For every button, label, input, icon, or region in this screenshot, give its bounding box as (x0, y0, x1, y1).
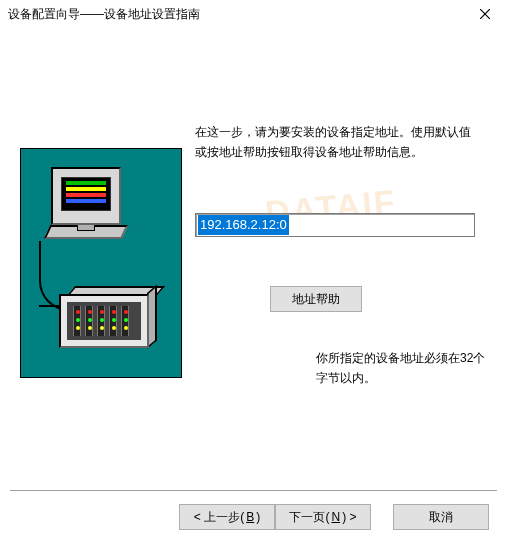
back-button[interactable]: < 上一步(B) (179, 504, 275, 530)
cancel-label: 取消 (429, 509, 453, 526)
instruction-text: 在这一步，请为要安装的设备指定地址。使用默认值或按地址帮助按钮取得设备地址帮助信… (195, 122, 475, 163)
address-help-label: 地址帮助 (292, 291, 340, 308)
address-help-button[interactable]: 地址帮助 (270, 286, 362, 312)
address-input-value: 192.168.2.12:0 (198, 215, 289, 235)
next-button[interactable]: 下一页(N) > (275, 504, 371, 530)
close-icon (480, 9, 490, 19)
address-input[interactable]: 192.168.2.12:0 (195, 213, 475, 237)
close-button[interactable] (467, 2, 503, 26)
cancel-button[interactable]: 取消 (393, 504, 489, 530)
wizard-dialog: 设备配置向导——设备地址设置指南 DATAIF (0, 0, 507, 544)
footer-separator (10, 490, 497, 492)
address-field-wrap: 192.168.2.12:0 (195, 213, 475, 237)
window-title: 设备配置向导——设备地址设置指南 (8, 6, 467, 23)
footer-buttons: < 上一步(B) 下一页(N) > 取消 (179, 504, 489, 530)
constraint-hint: 你所指定的设备地址必须在32个字节以内。 (316, 348, 486, 389)
titlebar: 设备配置向导——设备地址设置指南 (0, 0, 507, 28)
dialog-body: DATAIF (0, 28, 507, 500)
wizard-illustration (20, 148, 182, 378)
